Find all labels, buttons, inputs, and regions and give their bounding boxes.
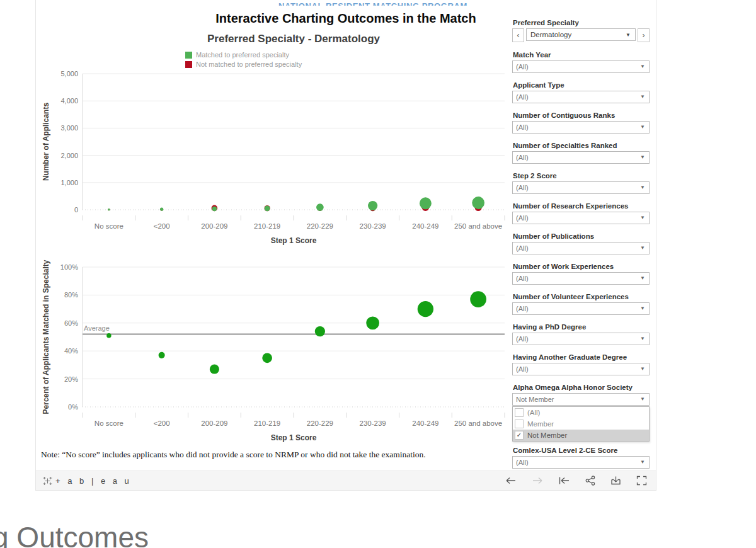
data-point[interactable]	[418, 301, 433, 317]
filter-number-of-specialties-ranked: Number of Specialties Ranked(All)▼	[512, 142, 650, 164]
filter-having-a-phd-degree: Having a PhD Degree(All)▼	[512, 323, 650, 345]
checked-checkbox[interactable]: ✓	[515, 431, 524, 440]
data-point[interactable]	[472, 197, 484, 209]
share-icon[interactable]	[585, 476, 595, 486]
chevron-down-icon: ▼	[640, 366, 645, 372]
filter-number-of-contiguous-ranks: Number of Contiguous Ranks(All)▼	[512, 111, 650, 134]
chevron-down-icon: ▼	[640, 64, 645, 69]
filter-having-another-graduate-degree: Having Another Graduate Degree(All)▼	[512, 353, 650, 375]
data-point[interactable]	[210, 365, 219, 374]
y-tick-label: 2,000	[60, 152, 78, 159]
y-tick-label: 20%	[64, 375, 78, 383]
chevron-down-icon: ▼	[640, 154, 645, 160]
specialty-nav-row: ‹Dermatology▼›	[512, 28, 650, 42]
applicants-scatter-chart: 01,0002,0003,0004,0005,000No score<20020…	[36, 63, 511, 252]
filter-label: Match Year	[513, 51, 650, 59]
data-point[interactable]	[368, 201, 377, 210]
preferred-specialty-select[interactable]: Dermatology▼	[526, 28, 636, 41]
filter-select[interactable]: (All)▼	[512, 121, 650, 134]
chevron-down-icon: ▼	[640, 396, 645, 402]
next-specialty-button[interactable]: ›	[638, 28, 650, 42]
dropdown-option[interactable]: Member	[513, 418, 649, 430]
option-label: (All)	[527, 409, 540, 416]
filter-select[interactable]: (All)▼	[512, 242, 650, 254]
revert-to-start-icon[interactable]	[558, 476, 570, 485]
x-category-label: 240-249	[412, 420, 438, 427]
filter-select[interactable]: (All)▼	[512, 91, 650, 103]
data-point[interactable]	[262, 353, 272, 363]
average-line-label: Average	[84, 324, 110, 332]
x-axis-ticks	[83, 215, 505, 220]
x-category-label: No score	[94, 420, 123, 427]
data-point[interactable]	[420, 197, 432, 209]
dropdown-option[interactable]: ✓Not Member	[513, 430, 649, 441]
data-point[interactable]	[316, 203, 324, 211]
filter-label: Step 2 Score	[513, 172, 650, 180]
tableau-mark-icon	[42, 476, 53, 486]
filter-select[interactable]: (All)▼	[512, 363, 650, 375]
filter-label: Applicant Type	[513, 81, 650, 89]
filter-select[interactable]: (All)▼	[512, 272, 650, 285]
undo-arrow-icon[interactable]	[505, 476, 517, 485]
data-point[interactable]	[212, 207, 217, 211]
dropdown-option[interactable]: (All)	[513, 407, 649, 418]
filter-label: Number of Publications	[513, 232, 650, 240]
filter-select[interactable]: (All)▼	[512, 151, 650, 164]
filter-select[interactable]: Not Member▼	[512, 393, 650, 406]
data-point[interactable]	[160, 208, 163, 211]
data-point[interactable]	[366, 316, 379, 329]
filter-label-preferred-specialty: Preferred Specialty	[513, 19, 650, 26]
filter-label: Number of Specialties Ranked	[513, 142, 650, 149]
filter-number-of-work-experiences: Number of Work Experiences(All)▼	[512, 263, 650, 285]
redo-arrow-icon[interactable]	[532, 476, 543, 485]
legend-item-matched[interactable]: Matched to preferred specialty	[185, 50, 302, 59]
x-category-label: <200	[154, 420, 170, 427]
filter-select[interactable]: (All)▼	[512, 60, 650, 73]
previous-specialty-button[interactable]: ‹	[512, 28, 524, 42]
filter-select[interactable]: (All)▼	[512, 181, 650, 194]
filter-select[interactable]: (All)▼	[512, 333, 650, 345]
fullscreen-icon[interactable]	[636, 476, 647, 486]
tableau-logo[interactable]: + a b | e a u	[42, 476, 132, 486]
y-tick-label: 60%	[64, 319, 78, 327]
y-tick-label: 5,000	[60, 70, 78, 77]
filter-select[interactable]: (All)▼	[512, 456, 650, 469]
tableau-footer-bar: + a b | e a u	[36, 471, 656, 490]
dropdown-open-list: (All)Member✓Not Member	[512, 406, 650, 442]
data-point[interactable]	[315, 326, 325, 336]
data-point[interactable]	[470, 291, 486, 307]
unchecked-checkbox[interactable]	[515, 420, 524, 428]
filter-label: Number of Contiguous Ranks	[513, 111, 650, 119]
chevron-down-icon: ▼	[640, 275, 645, 281]
data-point[interactable]	[106, 333, 111, 338]
x-category-label: 220-229	[307, 222, 333, 230]
filter-step-2-score: Step 2 Score(All)▼	[512, 172, 650, 194]
filter-label: Number of Volunteer Experiences	[513, 293, 650, 300]
filter-label: Having a PhD Degree	[513, 323, 650, 331]
x-category-label: 250 and above	[454, 222, 502, 230]
unchecked-checkbox[interactable]	[515, 408, 524, 417]
x-category-label: No score	[94, 222, 123, 230]
download-icon[interactable]	[610, 476, 621, 486]
data-point[interactable]	[159, 352, 165, 358]
footnote: Note: “No score” includes applicants who…	[41, 450, 426, 460]
data-point[interactable]	[108, 208, 110, 211]
tableau-dashboard: NATIONAL RESIDENT MATCHING PROGRAM Inter…	[35, 0, 656, 491]
data-point[interactable]	[265, 205, 270, 211]
x-category-label: <200	[154, 222, 170, 230]
y-tick-label: 1,000	[60, 179, 78, 186]
y-tick-label: 0%	[68, 403, 78, 411]
x-category-label: 230-239	[360, 420, 386, 427]
chevron-down-icon: ▼	[626, 32, 631, 38]
tableau-logo-word: + a b | e a u	[55, 476, 132, 486]
filter-number-of-volunteer-experiences: Number of Volunteer Experiences(All)▼	[512, 293, 650, 315]
x-category-label: 210-219	[254, 420, 280, 427]
filter-select[interactable]: (All)▼	[512, 212, 650, 224]
page-heading-clipped: g Outcomes	[0, 520, 149, 548]
filter-select[interactable]: (All)▼	[512, 302, 650, 315]
x-category-label: 230-239	[360, 222, 386, 230]
y-axis-title: Number of Applicants	[42, 103, 50, 181]
x-category-label: 200-209	[201, 222, 227, 230]
filter-label: Number of Work Experiences	[513, 263, 650, 270]
filter-label: Comlex-USA Level 2-CE Score	[513, 447, 650, 454]
